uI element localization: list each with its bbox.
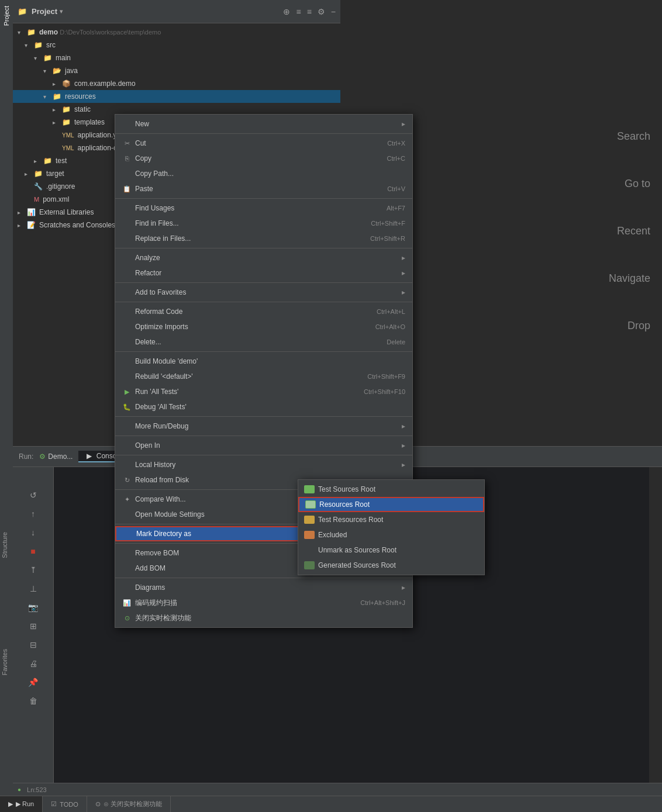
- status-indicator: ●: [18, 786, 21, 793]
- expand-icon[interactable]: ≡: [307, 7, 312, 16]
- extlib-icon: 📊: [27, 208, 36, 216]
- run-scroll-top-btn[interactable]: ⤒: [25, 562, 42, 578]
- folder-icon: 📁: [43, 157, 52, 165]
- menu-item-reformat[interactable]: Reformat Code Ctrl+Alt+L: [115, 304, 412, 319]
- run-stop-btn[interactable]: ■: [25, 544, 42, 559]
- run-toolbar: ↺ ↑ ↓ ■ ⤒ ⊥ 📷 ⊞ ⊟ 🖨 📌 🗑: [13, 461, 54, 783]
- package-icon: 📦: [62, 80, 71, 88]
- menu-item-cut[interactable]: ✂ Cut Ctrl+X: [115, 136, 412, 151]
- yaml-icon: YML: [62, 132, 74, 139]
- menu-item-analyze[interactable]: Analyze ▸: [115, 250, 412, 265]
- menu-item-rebuild[interactable]: Rebuild '<default>' Ctrl+Shift+F9: [115, 369, 412, 384]
- tree-item-demo[interactable]: ▾ 📁 demo D:\DevTools\workspace\temp\demo: [13, 26, 340, 39]
- menu-item-delete[interactable]: Delete... Delete: [115, 334, 412, 350]
- menu-separator-4: [115, 282, 412, 283]
- settings-icon[interactable]: ⚙: [318, 7, 325, 16]
- folder-icon: 📁: [27, 28, 36, 36]
- mark-dir-submenu: Test Sources Root Resources Root Test Re…: [298, 479, 485, 575]
- sidebar-item-favorites[interactable]: Favorites: [0, 643, 13, 681]
- locate-icon[interactable]: ⊕: [283, 7, 290, 16]
- run-down-btn[interactable]: ↓: [25, 525, 42, 540]
- menu-separator-8: [115, 436, 412, 436]
- tree-item-resources[interactable]: ▾ 📁 resources: [13, 90, 340, 103]
- menu-item-refactor[interactable]: Refactor ▸: [115, 265, 412, 281]
- menu-item-debug-tests[interactable]: 🐛 Debug 'All Tests': [115, 399, 412, 414]
- run-label: Run:: [19, 452, 33, 461]
- run-collapse-btn[interactable]: ⊞: [25, 618, 42, 634]
- menu-item-new[interactable]: New ▸: [115, 116, 412, 132]
- right-text-drop: Drop: [627, 320, 650, 332]
- run-expand-btn[interactable]: ⊟: [25, 637, 42, 652]
- menu-item-run-tests[interactable]: ▶ Run 'All Tests' Ctrl+Shift+F10: [115, 384, 412, 399]
- reload-icon: ↻: [122, 476, 132, 484]
- sidebar-item-structure[interactable]: Structure: [0, 526, 13, 564]
- menu-separator: [115, 133, 412, 134]
- menu-item-optimize[interactable]: Optimize Imports Ctrl+Alt+O: [115, 319, 412, 334]
- menu-item-find-in-files[interactable]: Find in Files... Ctrl+Shift+F: [115, 216, 412, 231]
- compare-icon: ✦: [122, 496, 132, 503]
- right-text-navigate: Navigate: [609, 272, 650, 285]
- run-camera-btn[interactable]: 📷: [25, 600, 42, 615]
- submenu-item-test-resources-root[interactable]: Test Resources Root: [298, 512, 484, 527]
- run-trash-btn[interactable]: 🗑: [25, 693, 42, 709]
- expand-arrow: ▾: [18, 29, 25, 36]
- minimize-icon[interactable]: −: [331, 7, 336, 16]
- right-text-goto: Go to: [625, 178, 650, 190]
- menu-item-open-in[interactable]: Open In ▸: [115, 438, 412, 453]
- menu-separator-13: [115, 578, 412, 578]
- submenu-item-excluded[interactable]: Excluded: [298, 527, 484, 543]
- side-tabs: Project Structure Favorites: [0, 0, 13, 812]
- submenu-item-generated[interactable]: Generated Sources Root: [298, 558, 484, 573]
- bottom-tab-status[interactable]: ⊙ ⊙ 关闭实时检测功能: [87, 796, 171, 813]
- sidebar-item-project[interactable]: Project: [2, 0, 11, 32]
- menu-item-add-favorites[interactable]: Add to Favorites ▸: [115, 285, 412, 300]
- run-up-btn[interactable]: ↑: [25, 506, 42, 521]
- run-tab-icon: ▶: [8, 800, 13, 808]
- run-scroll-btn[interactable]: ⊥: [25, 581, 42, 596]
- menu-item-build-module[interactable]: Build Module 'demo': [115, 354, 412, 369]
- bottom-tab-todo[interactable]: ☑ TODO: [43, 796, 87, 813]
- folder-icon: 📁: [62, 118, 71, 126]
- tree-item-java[interactable]: ▾ 📂 java: [13, 64, 340, 77]
- menu-item-replace-in-files[interactable]: Replace in Files... Ctrl+Shift+R: [115, 231, 412, 246]
- close-realtime-icon: ⊙: [122, 614, 132, 622]
- bottom-tabs: ▶ ▶ Run ☑ TODO ⊙ ⊙ 关闭实时检测功能: [0, 796, 662, 812]
- submenu-item-resources-root[interactable]: Resources Root: [298, 497, 484, 512]
- encode-icon: 📊: [122, 599, 132, 607]
- bottom-tab-run[interactable]: ▶ ▶ Run: [0, 796, 43, 813]
- tree-item-src[interactable]: ▾ 📁 src: [13, 39, 340, 51]
- menu-item-paste[interactable]: 📋 Paste Ctrl+V: [115, 181, 412, 196]
- menu-item-encode-scan[interactable]: 📊 编码规约扫描 Ctrl+Alt+Shift+J: [115, 595, 412, 610]
- menu-item-local-history[interactable]: Local History ▸: [115, 457, 412, 472]
- folder-icon: 📁: [53, 92, 61, 101]
- menu-item-close-realtime[interactable]: ⊙ 关闭实时检测功能: [115, 610, 412, 626]
- menu-item-find-usages[interactable]: Find Usages Alt+F7: [115, 201, 412, 216]
- tree-item-com[interactable]: ▸ 📦 com.example.demo: [13, 77, 340, 90]
- menu-item-diagrams[interactable]: Diagrams ▸: [115, 580, 412, 595]
- panel-toolbar: ⊕ ≡ ≡ ⚙ −: [283, 7, 336, 16]
- run-demo-icon: ⚙: [39, 452, 46, 461]
- panel-chevron[interactable]: ▾: [60, 8, 63, 15]
- right-text-search: Search: [617, 130, 650, 143]
- scratches-icon: 📝: [27, 221, 36, 229]
- menu-separator-6: [115, 351, 412, 352]
- status-tab-icon: ⊙: [95, 800, 101, 808]
- test-resources-icon: [304, 516, 315, 524]
- collapse-icon[interactable]: ≡: [296, 7, 301, 16]
- panel-header: 📁 Project ▾ ⊕ ≡ ≡ ⚙ −: [13, 0, 340, 23]
- run-demo[interactable]: ⚙ Demo...: [39, 452, 73, 461]
- resources-icon: [305, 500, 316, 509]
- excluded-icon: [304, 531, 315, 539]
- run-print-btn[interactable]: 🖨: [25, 656, 42, 671]
- menu-item-copy[interactable]: ⎘ Copy Ctrl+C: [115, 151, 412, 166]
- submenu-item-test-sources-root[interactable]: Test Sources Root: [298, 482, 484, 497]
- console-icon: ▶: [87, 452, 92, 460]
- menu-separator-3: [115, 248, 412, 248]
- test-sources-icon: [304, 485, 315, 493]
- menu-item-more-run[interactable]: More Run/Debug ▸: [115, 419, 412, 434]
- run-pin-btn[interactable]: 📌: [25, 675, 42, 690]
- tree-item-main[interactable]: ▾ 📁 main: [13, 51, 340, 64]
- menu-item-copy-path[interactable]: Copy Path...: [115, 166, 412, 181]
- run-restart-btn[interactable]: ↺: [25, 488, 42, 503]
- submenu-item-unmark[interactable]: Unmark as Sources Root: [298, 543, 484, 558]
